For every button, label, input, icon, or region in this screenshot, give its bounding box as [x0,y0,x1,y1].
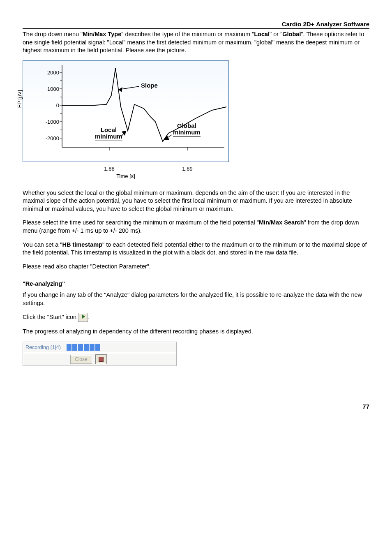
paragraph-reanalyze-intro: If you change in any tab of the "Analyze… [23,291,369,307]
paragraph-see-also: Please read also chapter "Detection Para… [23,263,369,271]
bold-term: Min/Max Type [83,31,121,37]
x-axis-label: Time [s] [116,173,135,179]
text: Please select the time used for searchin… [23,219,259,226]
bold-term: Min/Max Search [259,219,304,226]
text: You can set a " [23,241,62,248]
page-header: Cardio 2D+ Analyzer Software [23,21,369,28]
annotation-line2: minimum [95,133,122,140]
paragraph-minmax-search: Please select the time used for searchin… [23,219,369,235]
paragraph-hb-timestamp: You can set a "HB timestamp" to each det… [23,241,369,257]
close-button[interactable]: Close [70,355,92,364]
plot-area: FP [µV] 2000 1000 0 -1000 -2000 1,88 1,8… [23,60,229,162]
annotation-global-min: Global minimum [173,123,201,137]
section-heading-reanalyzing: "Re-analyzing" [23,280,369,287]
bold-term: Local [254,31,270,37]
progress-chunk [78,344,83,351]
progress-panel: Recording (1|4) Close [23,342,177,366]
annotation-line1: Global [177,122,196,129]
text: Click the "Start" icon [23,314,78,320]
y-axis-label: FP [µV] [16,90,23,108]
progress-chunk [95,344,100,351]
annotation-line1: Local [101,126,117,133]
paragraph-click-start: Click the "Start" icon . [23,313,369,322]
text: " describes the type of the minimum or m… [121,31,254,37]
text: " or " [270,31,282,37]
paragraph-minmax-type: The drop down menu "Min/Max Type" descri… [23,30,369,55]
annotation-line2: minimum [173,129,201,136]
annotation-local-min: Local minimum [95,127,122,141]
chart: FP [µV] 2000 1000 0 -1000 -2000 1,88 1,8… [23,60,369,182]
progress-buttons: Close [23,353,177,366]
text: The drop down menu " [23,31,83,37]
paragraph-local-global: Whether you select the local or the glob… [23,189,369,213]
progress-row: Recording (1|4) [23,342,177,353]
text: . [88,314,90,320]
progress-chunk [67,344,71,351]
x-tick: 1,88 [104,166,114,172]
recording-label: Recording (1|4) [25,345,61,350]
progress-chunk [84,344,89,351]
paragraph-progress: The progress of analyzing in dependency … [23,328,369,336]
progress-chunk [72,344,77,351]
bold-term: Global [282,31,301,37]
bold-term: HB timestamp [62,241,103,248]
progress-chunk [90,344,95,351]
page-number: 77 [23,403,369,410]
stop-button[interactable] [95,354,107,364]
annotation-slope: Slope [141,82,158,89]
start-button[interactable] [78,313,88,322]
stop-icon [99,357,104,362]
header-rule [23,28,369,29]
play-icon [82,314,85,319]
progress-bar [67,344,100,351]
x-tick: 1,89 [182,166,192,172]
plot-svg [23,61,228,162]
